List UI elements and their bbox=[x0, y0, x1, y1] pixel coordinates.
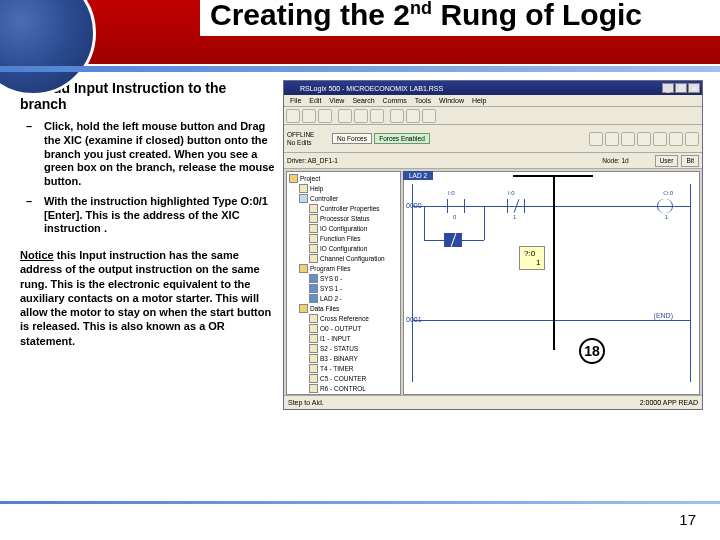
step-bullets: Click, hold the left mouse button and Dr… bbox=[20, 120, 275, 236]
folder-icon bbox=[299, 304, 308, 313]
callout-number: 18 bbox=[584, 343, 600, 359]
ladder-editor[interactable]: LAD 2 0000 I:0 0 I:0 1 bbox=[403, 171, 700, 395]
menu-view[interactable]: View bbox=[329, 97, 344, 104]
print-icon[interactable] bbox=[390, 109, 404, 123]
toolbar-otl-icon[interactable] bbox=[669, 132, 683, 146]
file-icon bbox=[309, 284, 318, 293]
driver-label: Driver: AB_DF1-1 bbox=[287, 157, 338, 164]
main-toolbar bbox=[284, 107, 702, 125]
forces-enabled-pill: Forces Enabled bbox=[374, 133, 430, 144]
slide-header: Creating the 2nd Rung of Logic bbox=[0, 0, 720, 64]
branch-left bbox=[424, 206, 425, 240]
menu-tools[interactable]: Tools bbox=[415, 97, 431, 104]
menubar: File Edit View Search Comms Tools Window… bbox=[284, 95, 702, 107]
find-icon[interactable] bbox=[406, 109, 420, 123]
toolbar-rung-icon[interactable] bbox=[589, 132, 603, 146]
maximize-button[interactable]: □ bbox=[675, 83, 687, 93]
titlebar-text: RSLogix 500 - MICROECONOMIX LAB1.RSS bbox=[286, 85, 661, 92]
file-icon bbox=[309, 244, 318, 253]
rung-0[interactable]: 0000 I:0 0 I:0 1 O:0 1 bbox=[412, 188, 691, 228]
instr-tab-user[interactable]: User bbox=[655, 155, 679, 167]
rung-end: 0001 (END) bbox=[412, 302, 691, 342]
callout-line-h bbox=[513, 175, 593, 177]
statusbar-right: 2:0000 APP READ bbox=[640, 399, 698, 406]
menu-search[interactable]: Search bbox=[352, 97, 374, 104]
notice-underline: Notice bbox=[20, 249, 54, 261]
file-icon bbox=[309, 334, 318, 343]
toolbar-otu-icon[interactable] bbox=[685, 132, 699, 146]
wire bbox=[412, 320, 691, 321]
file-icon bbox=[309, 314, 318, 323]
open-icon[interactable] bbox=[302, 109, 316, 123]
tree-item: LAD 2 - bbox=[289, 294, 398, 304]
callout-circle: 18 bbox=[579, 338, 605, 364]
tree-item: T4 - TIMER bbox=[289, 364, 398, 374]
toolbar-xic-icon[interactable] bbox=[621, 132, 635, 146]
footer-rule bbox=[0, 501, 720, 504]
rslogix-window: RSLogix 500 - MICROECONOMIX LAB1.RSS _ □… bbox=[283, 80, 703, 410]
toolbar-xio-icon[interactable] bbox=[637, 132, 651, 146]
driver-toolbar: Driver: AB_DF1-1 Node: 1d User Bit bbox=[284, 153, 702, 169]
status-pills: No Forces Forces Enabled bbox=[332, 133, 430, 144]
file-icon bbox=[309, 344, 318, 353]
toolbar-ote-icon[interactable] bbox=[653, 132, 667, 146]
file-icon bbox=[309, 234, 318, 243]
file-icon bbox=[309, 324, 318, 333]
instr-tab-bit[interactable]: Bit bbox=[681, 155, 699, 167]
status-mode: OFFLINE No Edits bbox=[287, 131, 329, 145]
menu-window[interactable]: Window bbox=[439, 97, 464, 104]
help-icon bbox=[299, 184, 308, 193]
minimize-button[interactable]: _ bbox=[662, 83, 674, 93]
tree-item: Data Files bbox=[289, 304, 398, 314]
slide-content: 18. Add Input Instruction to the branch … bbox=[0, 64, 720, 420]
tree-item: Help bbox=[289, 184, 398, 194]
folder-icon bbox=[289, 174, 298, 183]
bullet-item: With the instruction highlighted Type O:… bbox=[34, 195, 275, 236]
paste-icon[interactable] bbox=[370, 109, 384, 123]
status-row: OFFLINE No Edits No Forces Forces Enable… bbox=[284, 125, 702, 153]
ladder-tab[interactable]: LAD 2 bbox=[403, 171, 433, 180]
cut-icon[interactable] bbox=[338, 109, 352, 123]
title-sup: nd bbox=[410, 0, 432, 18]
menu-help[interactable]: Help bbox=[472, 97, 486, 104]
menu-edit[interactable]: Edit bbox=[309, 97, 321, 104]
file-icon bbox=[309, 224, 318, 233]
close-button[interactable]: × bbox=[688, 83, 700, 93]
xio-address: I:0 bbox=[508, 190, 515, 196]
ote-instruction[interactable] bbox=[657, 199, 673, 213]
xio-instruction[interactable] bbox=[507, 199, 525, 213]
tree-item: O0 - OUTPUT bbox=[289, 324, 398, 334]
tree-item: C5 - COUNTER bbox=[289, 374, 398, 384]
noforces-pill: No Forces bbox=[332, 133, 372, 144]
address-input-box[interactable]: ?:0 1 bbox=[519, 246, 545, 270]
save-icon[interactable] bbox=[318, 109, 332, 123]
tree-item: S2 - STATUS bbox=[289, 344, 398, 354]
help-icon[interactable] bbox=[422, 109, 436, 123]
xic-highlighted[interactable] bbox=[444, 233, 462, 247]
controller-icon bbox=[299, 194, 308, 203]
file-icon bbox=[309, 274, 318, 283]
text-column: 18. Add Input Instruction to the branch … bbox=[20, 80, 275, 410]
tree-item: I1 - INPUT bbox=[289, 334, 398, 344]
tree-item: IO Configuration bbox=[289, 224, 398, 234]
new-icon[interactable] bbox=[286, 109, 300, 123]
xic-instruction[interactable] bbox=[447, 199, 465, 213]
xic-bit: 0 bbox=[453, 214, 456, 220]
file-icon bbox=[309, 364, 318, 373]
xic-address: I:0 bbox=[448, 190, 455, 196]
tree-root: Project bbox=[289, 174, 398, 184]
statusbar-left: Step to Aid. bbox=[288, 399, 324, 406]
project-tree[interactable]: Project Help Controller Controller Prope… bbox=[286, 171, 401, 395]
address-bit: 1 bbox=[524, 258, 540, 267]
page-number: 17 bbox=[679, 511, 696, 528]
tree-item: Function Files bbox=[289, 234, 398, 244]
menu-comms[interactable]: Comms bbox=[383, 97, 407, 104]
ote-bit: 1 bbox=[665, 214, 668, 220]
tree-item: IO Configuration bbox=[289, 244, 398, 254]
ote-address: O:0 bbox=[663, 190, 673, 196]
copy-icon[interactable] bbox=[354, 109, 368, 123]
menu-file[interactable]: File bbox=[290, 97, 301, 104]
branch-right bbox=[484, 206, 485, 240]
tree-item: Controller Properties bbox=[289, 204, 398, 214]
toolbar-branch-icon[interactable] bbox=[605, 132, 619, 146]
